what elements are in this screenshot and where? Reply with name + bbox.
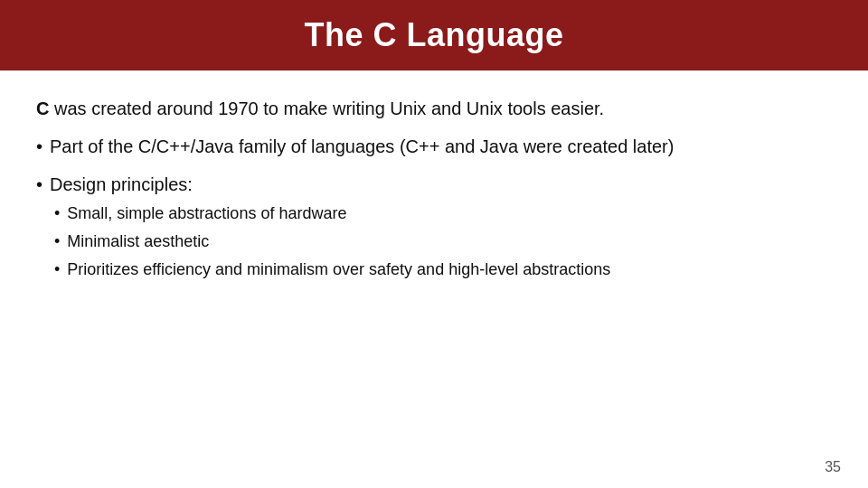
slide: The C Language C was created around 1970… <box>0 0 868 488</box>
sub-bullet-symbol-3: • <box>54 258 60 281</box>
sub-bullet-item-2: • Minimalist aesthetic <box>54 230 832 253</box>
sub-bullet-symbol-1: • <box>54 202 60 225</box>
sub-bullet-text-3: Prioritizes efficiency and minimalism ov… <box>67 258 610 281</box>
intro-text: was created around 1970 to make writing … <box>49 99 604 118</box>
sub-bullets: • Small, simple abstractions of hardware… <box>54 202 832 282</box>
bullet-item-1: • Part of the C/C++/Java family of langu… <box>36 134 832 159</box>
sub-bullet-text-2: Minimalist aesthetic <box>67 230 209 253</box>
sub-bullet-item-3: • Prioritizes efficiency and minimalism … <box>54 258 832 281</box>
intro-paragraph: C was created around 1970 to make writin… <box>36 96 832 121</box>
slide-title: The C Language <box>27 16 841 54</box>
slide-content: C was created around 1970 to make writin… <box>0 70 868 488</box>
page-number: 35 <box>825 459 841 474</box>
bullet-text-2: Design principles: <box>50 172 193 197</box>
sub-bullet-symbol-2: • <box>54 230 60 253</box>
slide-header: The C Language <box>0 0 868 70</box>
intro-bold: C <box>36 99 49 118</box>
sub-bullet-item-1: • Small, simple abstractions of hardware <box>54 202 832 225</box>
sub-bullet-text-1: Small, simple abstractions of hardware <box>67 202 346 225</box>
slide-footer: 35 <box>825 459 841 475</box>
bullet-item-2: • Design principles: <box>36 172 832 197</box>
bullet-item-2-container: • Design principles: • Small, simple abs… <box>36 172 832 282</box>
bullet-symbol-1: • <box>36 134 42 159</box>
bullet-symbol-2: • <box>36 172 42 197</box>
bullet-text-1: Part of the C/C++/Java family of languag… <box>50 134 674 159</box>
